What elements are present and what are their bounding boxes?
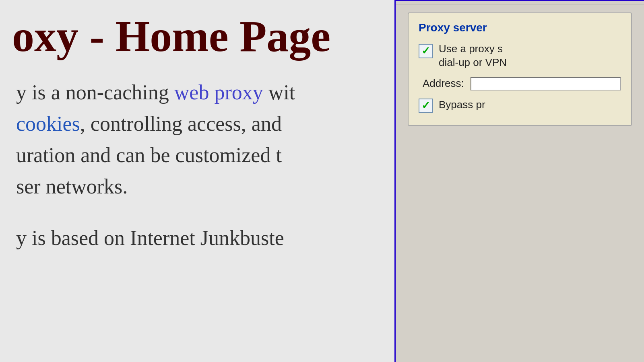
description-text-5: ser networks.	[16, 175, 128, 198]
address-input[interactable]	[471, 77, 621, 90]
web-proxy-link[interactable]: web proxy	[174, 81, 263, 104]
address-label: Address:	[423, 77, 464, 90]
description-text-4: uration and can be customized t	[16, 144, 282, 167]
address-row: Address:	[419, 77, 621, 90]
bypass-proxy-checkmark: ✓	[421, 101, 430, 111]
bypass-proxy-checkbox[interactable]: ✓	[419, 99, 433, 113]
second-para-text: y is based on Internet Junkbuste	[16, 226, 284, 249]
page-description: y is a non-caching web proxy wit cookies…	[16, 77, 378, 202]
page-title: oxy - Home Page	[12, 12, 378, 61]
use-proxy-checkmark: ✓	[421, 46, 430, 56]
proxy-server-legend: Proxy server	[419, 21, 621, 34]
use-proxy-label: Use a proxy s dial-up or VPN	[439, 42, 507, 70]
main-content: oxy - Home Page y is a non-caching web p…	[0, 0, 394, 362]
bypass-proxy-row: ✓ Bypass pr	[419, 97, 621, 113]
bypass-proxy-label: Bypass pr	[439, 99, 485, 111]
use-proxy-checkbox[interactable]: ✓	[419, 44, 433, 58]
proxy-dialog-panel: Proxy server ✓ Use a proxy s dial-up or …	[394, 0, 644, 362]
description-text-1: y is a non-caching	[16, 81, 174, 104]
second-para: y is based on Internet Junkbuste	[16, 222, 378, 254]
description-text-3: , controlling access, and	[80, 112, 282, 135]
description-text-2: wit	[263, 81, 295, 104]
use-proxy-row: ✓ Use a proxy s dial-up or VPN	[419, 42, 621, 70]
proxy-server-box: Proxy server ✓ Use a proxy s dial-up or …	[408, 12, 632, 126]
dialog-top-bar	[396, 1, 644, 4]
cookies-link[interactable]: cookies	[16, 112, 80, 135]
